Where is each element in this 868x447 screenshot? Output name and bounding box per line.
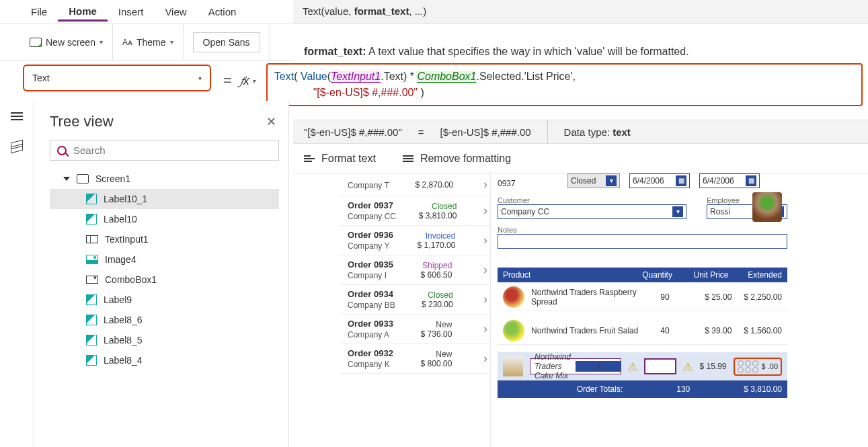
product-row[interactable]: Northwind Traders Raspberry Spread90$ 25… <box>498 284 787 311</box>
chevron-down-icon: ▾ <box>198 75 202 82</box>
extended-label-selected[interactable]: $ .00 <box>734 358 782 376</box>
tree-node[interactable]: Image4 <box>50 249 279 270</box>
remove-format-icon <box>403 155 413 162</box>
order-row[interactable]: Order 0937Company CC Closed$ 3,810.00 › <box>340 196 490 226</box>
order-form: 0937 Closed▾ 6/4/2006▦ 6/4/2006▦ Custome… <box>498 173 787 249</box>
chevron-right-icon: › <box>479 322 487 336</box>
order-row[interactable]: Order 0934Company BB Closed$ 230.00 › <box>340 285 490 315</box>
format-text-button[interactable]: Format text <box>304 153 376 165</box>
order-row[interactable]: Order 0932Company K New$ 800.00 › <box>340 344 490 374</box>
quantity-input[interactable] <box>644 358 676 374</box>
customer-label: Customer <box>498 196 686 204</box>
function-signature-tip: Text(value, format_text, ...) <box>293 0 868 24</box>
tree-node-screen[interactable]: Screen1 <box>50 169 279 189</box>
img-icon <box>86 255 98 264</box>
fx-button[interactable]: 𝑓x▾ <box>235 74 261 88</box>
tree-node[interactable]: ComboBox1 <box>50 270 279 290</box>
selection-handles-icon <box>738 360 759 373</box>
chevron-right-icon: › <box>479 204 487 218</box>
new-screen-button[interactable]: New screen ▾ <box>30 37 103 48</box>
chevron-right-icon: › <box>479 263 487 277</box>
formula-result-bar: "[$-en-US]$ #,###.00" = [$-en-US]$ #,###… <box>293 120 868 144</box>
date1-field[interactable]: 6/4/2006▦ <box>629 173 690 188</box>
close-icon[interactable]: ✕ <box>266 114 276 129</box>
txtin-icon <box>86 235 98 243</box>
theme-icon: Aᴀ <box>122 38 132 47</box>
result-lhs: "[$-en-US]$ #,###.00" <box>304 126 402 138</box>
pen-icon <box>86 214 97 225</box>
format-icon <box>304 155 315 162</box>
pen-icon <box>86 194 97 204</box>
product-thumb <box>503 286 524 308</box>
notes-field[interactable] <box>498 234 787 249</box>
status-select[interactable]: Closed▾ <box>567 173 620 188</box>
theme-button[interactable]: Aᴀ Theme ▾ <box>122 37 173 48</box>
left-sidebar <box>0 101 34 447</box>
menu-action[interactable]: Action <box>198 3 247 20</box>
tree-node[interactable]: TextInput1 <box>50 229 279 249</box>
notes-label: Notes <box>498 226 787 234</box>
formula-bar: Text ▾ = 𝑓x▾ Text( Value(TextInput1.Text… <box>0 60 868 101</box>
tree-search[interactable] <box>50 140 279 161</box>
hamburger-icon[interactable] <box>11 110 23 122</box>
order-row[interactable]: Company T $ 2,870.00 › <box>340 173 490 196</box>
chevron-right-icon: › <box>479 177 487 192</box>
customer-select[interactable]: Company CC▾ <box>498 204 686 219</box>
tree-node[interactable]: Label8_5 <box>50 330 279 350</box>
font-select[interactable]: Open Sans <box>193 32 260 52</box>
order-totals-row: Order Totals: 130 $ 3,810.00 <box>498 380 787 398</box>
orders-gallery[interactable]: Company T $ 2,870.00 ›Order 0937Company … <box>340 173 491 447</box>
app-canvas: Company T $ 2,870.00 ›Order 0937Company … <box>289 173 868 447</box>
tree-node[interactable]: Label10_1 <box>50 189 279 209</box>
menu-file[interactable]: File <box>20 3 58 20</box>
pen-icon <box>86 335 97 346</box>
chevron-down-icon: ▾ <box>170 38 173 46</box>
tree-node[interactable]: Label9 <box>50 290 279 310</box>
unit-price-value: $ 15.99 <box>699 362 726 371</box>
tree-node[interactable]: Label10 <box>50 209 279 229</box>
product-thumb <box>503 356 523 376</box>
employee-avatar <box>752 192 782 222</box>
pen-icon <box>86 355 97 366</box>
date2-field[interactable]: 6/4/2006▦ <box>699 173 760 188</box>
tree-node[interactable]: Label8_6 <box>50 310 279 330</box>
order-id-value: 0937 <box>498 179 558 188</box>
menu-home[interactable]: Home <box>58 3 108 22</box>
format-toolbar: Format text Remove formatting <box>293 144 868 173</box>
expand-icon[interactable] <box>63 177 70 181</box>
tree-node[interactable]: Label8_4 <box>50 350 279 370</box>
warning-icon: ⚠ <box>683 360 693 373</box>
new-product-row: Northwind Traders Cake Mix▾ ⚠ ⚠ $ 15.99 … <box>498 352 787 380</box>
combo-icon <box>86 276 98 284</box>
tree-view: Tree view ✕ Screen1 Label10_1Label10Text… <box>34 101 288 447</box>
product-combobox[interactable]: Northwind Traders Cake Mix▾ <box>530 358 621 374</box>
chevron-right-icon: › <box>479 292 487 307</box>
product-row[interactable]: Northwind Traders Fruit Salad40$ 39.00$ … <box>498 317 787 345</box>
left-panel: Tree view ✕ Screen1 Label10_1Label10Text… <box>0 101 289 447</box>
tree-view-icon[interactable] <box>10 141 24 152</box>
search-icon <box>57 146 67 155</box>
property-select[interactable]: Text ▾ <box>23 65 211 91</box>
product-thumb <box>503 320 524 341</box>
screen-icon <box>77 174 89 184</box>
screen-icon <box>30 38 42 47</box>
order-row[interactable]: Order 0935Company I Shipped$ 606.50 › <box>340 255 490 285</box>
products-header: ProductQuantityUnit PriceExtended <box>498 268 787 282</box>
pen-icon <box>86 315 97 325</box>
result-rhs: [$-en-US]$ #,###.00 <box>440 126 531 138</box>
remove-formatting-button[interactable]: Remove formatting <box>403 153 511 165</box>
warning-icon: ⚠ <box>628 360 637 373</box>
chevron-right-icon: › <box>479 352 487 366</box>
menu-view[interactable]: View <box>154 3 197 20</box>
menu-insert[interactable]: Insert <box>108 3 155 20</box>
search-input[interactable] <box>73 145 272 156</box>
tree-title: Tree view <box>50 113 114 130</box>
pen-icon <box>86 294 97 305</box>
chevron-down-icon: ▾ <box>100 38 103 46</box>
order-row[interactable]: Order 0933Company A New$ 736.00 › <box>340 315 490 344</box>
order-row[interactable]: Order 0936Company Y Invoiced$ 1,170.00 › <box>340 226 490 255</box>
formula-input[interactable]: Text( Value(TextInput1.Text) * ComboBox1… <box>266 63 863 106</box>
equals-label: = <box>221 72 235 89</box>
chevron-right-icon: › <box>479 233 487 247</box>
